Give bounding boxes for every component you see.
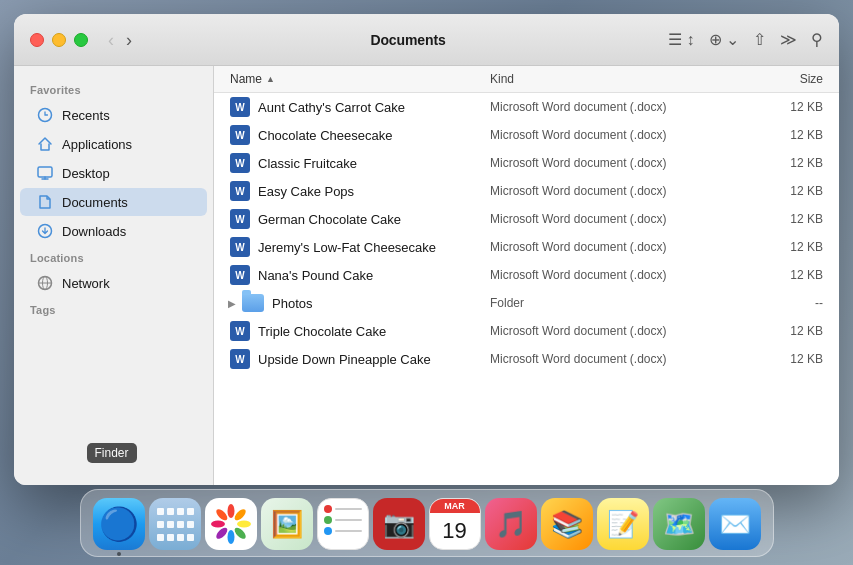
file-row[interactable]: W German Chocolate Cake Microsoft Word d… [214, 205, 839, 233]
file-area: Name ▲ Kind Size W Aunt Cathy's Carrot C… [214, 66, 839, 485]
sidebar-recents-label: Recents [62, 108, 110, 123]
music-icon: 🎵 [495, 509, 527, 540]
file-row[interactable]: W Nana's Pound Cake Microsoft Word docum… [214, 261, 839, 289]
dock-item-photos[interactable] [205, 498, 257, 550]
file-row[interactable]: W Chocolate Cheesecake Microsoft Word do… [214, 121, 839, 149]
reminder-dot [324, 505, 332, 513]
dock-item-books[interactable]: 📚 [541, 498, 593, 550]
col-size-header[interactable]: Size [743, 72, 823, 86]
notes-icon: 📝 [607, 509, 639, 540]
reminder-dot [324, 527, 332, 535]
locations-label: Locations [14, 246, 213, 268]
share-icon[interactable]: ⇧ [753, 30, 766, 49]
svg-point-8 [227, 504, 234, 518]
sidebar-item-documents[interactable]: Documents [20, 188, 207, 216]
dock-item-launchpad[interactable] [149, 498, 201, 550]
toolbar-actions: ☰ ↕ ⊕ ⌄ ⇧ ≫ ⚲ [668, 30, 823, 49]
sort-arrow-icon: ▲ [266, 74, 275, 84]
sidebar-item-applications[interactable]: Applications [20, 130, 207, 158]
dock-item-notes[interactable]: 📝 [597, 498, 649, 550]
launchpad-dot [187, 521, 194, 528]
launchpad-dot [167, 508, 174, 515]
file-row[interactable]: W Triple Chocolate Cake Microsoft Word d… [214, 317, 839, 345]
applications-icon [36, 135, 54, 153]
list-view-icon[interactable]: ☰ ↕ [668, 30, 694, 49]
photos-icon [210, 503, 252, 545]
folder-row[interactable]: ▶ Photos Folder -- [214, 289, 839, 317]
file-name-cell: W Nana's Pound Cake [230, 265, 490, 285]
more-icon[interactable]: ≫ [780, 30, 797, 49]
reminder-line [335, 530, 362, 532]
dock-item-finder[interactable]: 🔵 [93, 498, 145, 550]
favorites-label: Favorites [14, 78, 213, 100]
close-button[interactable] [30, 33, 44, 47]
dock-item-maps[interactable]: 🗺️ [653, 498, 705, 550]
sidebar-item-network[interactable]: Network [20, 269, 207, 297]
grid-view-icon[interactable]: ⊕ ⌄ [709, 30, 739, 49]
preview-icon: 🖼️ [271, 509, 303, 540]
tags-label: Tags [14, 298, 213, 320]
sidebar-item-downloads[interactable]: Downloads [20, 217, 207, 245]
file-row[interactable]: W Classic Fruitcake Microsoft Word docum… [214, 149, 839, 177]
word-icon: W [230, 125, 250, 145]
reminder-line [335, 519, 362, 521]
sidebar-item-desktop[interactable]: Desktop [20, 159, 207, 187]
books-icon: 📚 [551, 509, 583, 540]
dock-item-preview[interactable]: 🖼️ [261, 498, 313, 550]
recents-icon [36, 106, 54, 124]
window-title: Documents [148, 32, 668, 48]
file-row[interactable]: W Jeremy's Low-Fat Cheesecake Microsoft … [214, 233, 839, 261]
svg-point-12 [227, 530, 234, 544]
expand-icon[interactable]: ▶ [226, 297, 238, 309]
sidebar-documents-label: Documents [62, 195, 128, 210]
word-icon: W [230, 209, 250, 229]
file-row[interactable]: W Easy Cake Pops Microsoft Word document… [214, 177, 839, 205]
calendar-day: 19 [430, 513, 480, 549]
column-header: Name ▲ Kind Size [214, 66, 839, 93]
launchpad-dot [187, 534, 194, 541]
documents-icon [36, 193, 54, 211]
maximize-button[interactable] [74, 33, 88, 47]
sidebar-downloads-label: Downloads [62, 224, 126, 239]
sidebar-desktop-label: Desktop [62, 166, 110, 181]
word-icon: W [230, 153, 250, 173]
forward-button[interactable]: › [122, 29, 136, 51]
folder-icon [242, 294, 264, 312]
file-name-cell: W Triple Chocolate Cake [230, 321, 490, 341]
svg-rect-1 [38, 167, 52, 177]
file-row[interactable]: W Aunt Cathy's Carrot Cake Microsoft Wor… [214, 93, 839, 121]
maps-icon: 🗺️ [663, 509, 695, 540]
dock-item-reminders[interactable] [317, 498, 369, 550]
col-kind-header[interactable]: Kind [490, 72, 743, 86]
sidebar-item-recents[interactable]: Recents [20, 101, 207, 129]
reminder-line [335, 508, 362, 510]
dock-item-music[interactable]: 🎵 [485, 498, 537, 550]
launchpad-dot [157, 521, 164, 528]
col-name-header[interactable]: Name ▲ [230, 72, 490, 86]
file-name-cell: W Jeremy's Low-Fat Cheesecake [230, 237, 490, 257]
svg-point-15 [214, 507, 229, 522]
photobooth-icon: 📷 [383, 509, 415, 540]
file-name-cell: W Aunt Cathy's Carrot Cake [230, 97, 490, 117]
word-icon: W [230, 321, 250, 341]
launchpad-dot [157, 508, 164, 515]
dock-item-mail[interactable]: ✉️ [709, 498, 761, 550]
dock-item-calendar[interactable]: MAR 19 [429, 498, 481, 550]
launchpad-dot [177, 508, 184, 515]
back-button[interactable]: ‹ [104, 29, 118, 51]
reminder-dot [324, 516, 332, 524]
word-icon: W [230, 181, 250, 201]
launchpad-dot [167, 534, 174, 541]
finder-icon: 🔵 [99, 505, 139, 543]
svg-point-13 [214, 526, 229, 541]
network-icon [36, 274, 54, 292]
dock-item-photobooth[interactable]: 📷 [373, 498, 425, 550]
launchpad-dot [157, 534, 164, 541]
file-row[interactable]: W Upside Down Pineapple Cake Microsoft W… [214, 345, 839, 373]
search-icon[interactable]: ⚲ [811, 30, 823, 49]
minimize-button[interactable] [52, 33, 66, 47]
launchpad-dot [177, 521, 184, 528]
word-icon: W [230, 265, 250, 285]
dock: 🔵 [80, 489, 774, 557]
desktop-icon [36, 164, 54, 182]
